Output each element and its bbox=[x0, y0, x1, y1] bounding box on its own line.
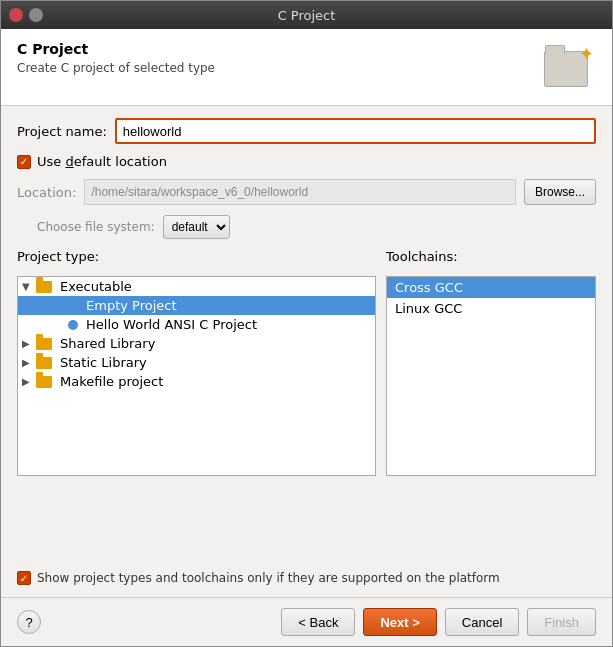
browse-button[interactable]: Browse... bbox=[524, 179, 596, 205]
tree-item-static-library[interactable]: ▶ Static Library bbox=[18, 353, 375, 372]
title-bar: C Project bbox=[1, 1, 612, 29]
cancel-button[interactable]: Cancel bbox=[445, 608, 519, 636]
expand-arrow-static: ▶ bbox=[22, 357, 32, 368]
project-name-input[interactable] bbox=[115, 118, 596, 144]
window: C Project C Project Create C project of … bbox=[0, 0, 613, 647]
use-default-row: Use default location bbox=[17, 154, 596, 169]
project-name-label: Project name: bbox=[17, 124, 107, 139]
project-type-panel[interactable]: ▼ Executable Empty Project Hello World A… bbox=[17, 276, 376, 476]
tree-label-hello-world: Hello World ANSI C Project bbox=[86, 317, 257, 332]
location-label: Location: bbox=[17, 185, 76, 200]
toolchain-label-linux-gcc: Linux GCC bbox=[395, 301, 462, 316]
back-button[interactable]: < Back bbox=[281, 608, 355, 636]
next-button[interactable]: Next > bbox=[363, 608, 436, 636]
location-row: Location: Browse... bbox=[17, 179, 596, 205]
filesystem-label: Choose file system: bbox=[37, 220, 155, 234]
header-area: C Project Create C project of selected t… bbox=[1, 29, 612, 106]
header-icon: ✦ bbox=[544, 41, 596, 93]
tree-label-static-library: Static Library bbox=[60, 355, 147, 370]
folder-icon-static bbox=[36, 357, 52, 369]
filesystem-row: Choose file system: default bbox=[17, 215, 596, 239]
dialog-subtitle: Create C project of selected type bbox=[17, 61, 215, 75]
toolchains-label: Toolchains: bbox=[386, 249, 596, 264]
folder-icon-shared bbox=[36, 338, 52, 350]
toolchain-cross-gcc[interactable]: Cross GCC bbox=[387, 277, 595, 298]
finish-button[interactable]: Finish bbox=[527, 608, 596, 636]
sparkle-icon: ✦ bbox=[579, 43, 594, 64]
dialog-title: C Project bbox=[17, 41, 215, 57]
bullet-hello-world bbox=[68, 320, 78, 330]
expand-arrow-executable: ▼ bbox=[22, 281, 32, 292]
minimize-button[interactable] bbox=[29, 8, 43, 22]
project-type-label: Project type: bbox=[17, 249, 376, 264]
tree-item-empty-project[interactable]: Empty Project bbox=[18, 296, 375, 315]
header-text: C Project Create C project of selected t… bbox=[17, 41, 215, 75]
tree-item-executable[interactable]: ▼ Executable bbox=[18, 277, 375, 296]
tree-label-executable: Executable bbox=[60, 279, 132, 294]
close-button[interactable] bbox=[9, 8, 23, 22]
tree-label-shared-library: Shared Library bbox=[60, 336, 155, 351]
tree-label-empty-project: Empty Project bbox=[86, 298, 177, 313]
footer-area: ? < Back Next > Cancel Finish bbox=[1, 597, 612, 646]
tree-label-makefile: Makefile project bbox=[60, 374, 163, 389]
folder-icon-makefile bbox=[36, 376, 52, 388]
project-name-row: Project name: bbox=[17, 118, 596, 144]
tree-item-makefile[interactable]: ▶ Makefile project bbox=[18, 372, 375, 391]
window-title: C Project bbox=[49, 8, 564, 23]
use-default-label: Use default location bbox=[37, 154, 167, 169]
toolchain-label-cross-gcc: Cross GCC bbox=[395, 280, 463, 295]
show-supported-label: Show project types and toolchains only i… bbox=[37, 571, 500, 585]
expand-arrow-makefile: ▶ bbox=[22, 376, 32, 387]
help-button[interactable]: ? bbox=[17, 610, 41, 634]
toolchain-linux-gcc[interactable]: Linux GCC bbox=[387, 298, 595, 319]
labels-row: Project type: Toolchains: bbox=[17, 249, 596, 264]
expand-arrow-shared: ▶ bbox=[22, 338, 32, 349]
show-supported-row: Show project types and toolchains only i… bbox=[17, 571, 596, 585]
filesystem-select[interactable]: default bbox=[163, 215, 230, 239]
toolchain-panel[interactable]: Cross GCC Linux GCC bbox=[386, 276, 596, 476]
tree-item-shared-library[interactable]: ▶ Shared Library bbox=[18, 334, 375, 353]
show-supported-checkbox[interactable] bbox=[17, 571, 31, 585]
use-default-checkbox[interactable] bbox=[17, 155, 31, 169]
tree-item-hello-world[interactable]: Hello World ANSI C Project bbox=[18, 315, 375, 334]
folder-icon-executable bbox=[36, 281, 52, 293]
two-col: ▼ Executable Empty Project Hello World A… bbox=[17, 276, 596, 561]
bullet-empty-project bbox=[68, 301, 78, 311]
location-input bbox=[84, 179, 516, 205]
content-area: Project name: Use default location Locat… bbox=[1, 106, 612, 597]
